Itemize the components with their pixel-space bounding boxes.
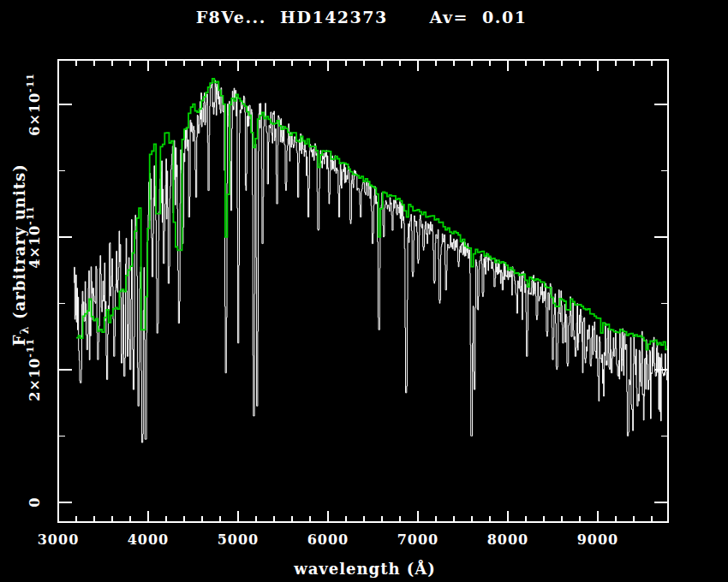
y-tick-label: 0: [27, 497, 43, 508]
y-axis-label-subscript: λ: [18, 325, 31, 334]
x-tick-label: 3000: [38, 532, 80, 548]
plot-title: F8Ve... HD142373 Av= 0.01: [196, 8, 528, 27]
plot-frame: [58, 60, 668, 522]
tick-label-layer: 300040005000600070008000900002×10-114×10…: [25, 73, 618, 548]
x-tick-label: 5000: [218, 532, 260, 548]
x-tick-label: 4000: [128, 532, 170, 548]
x-tick-label: 6000: [307, 532, 349, 548]
spectrum-plot: F8Ve... HD142373 Av= 0.01 30004000500060…: [0, 0, 728, 582]
x-tick-label: 7000: [397, 532, 439, 548]
spectrum-figure: F8Ve... HD142373 Av= 0.01 30004000500060…: [0, 0, 728, 582]
y-axis-label-suffix: (arbitrary units): [10, 163, 28, 325]
x-tick-label: 9000: [577, 532, 619, 548]
y-axis-label-prefix: F: [10, 334, 28, 346]
x-tick-label: 8000: [487, 532, 529, 548]
axes-layer: [58, 60, 668, 522]
observed-spectrum-path: [74, 80, 668, 442]
curves-layer: [74, 79, 668, 442]
y-tick-label: 6×10-11: [25, 73, 43, 136]
y-axis-label: Fλ (arbitrary units): [10, 133, 31, 389]
x-axis-label: wavelength (Å): [293, 559, 436, 578]
